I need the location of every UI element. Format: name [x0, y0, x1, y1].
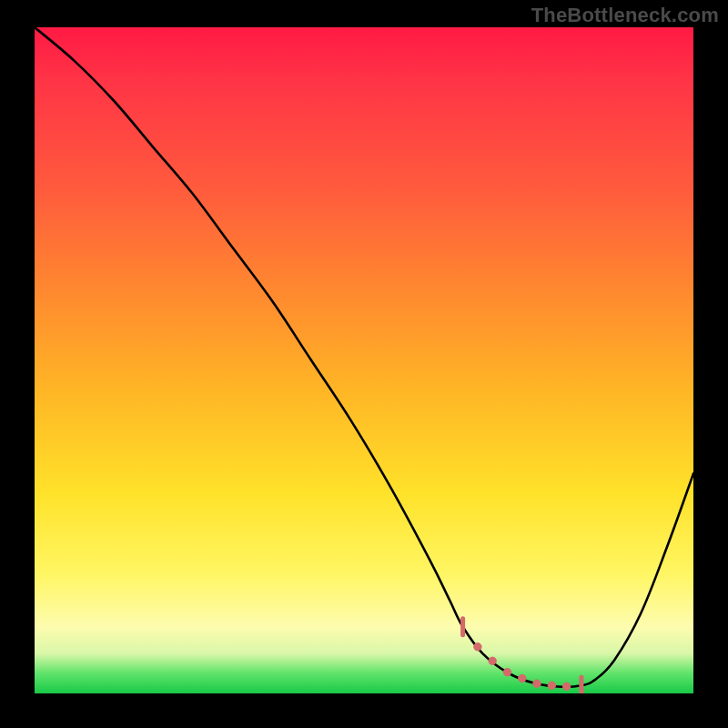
- bottleneck-curve: [35, 27, 693, 687]
- optimum-tick-dot: [489, 657, 496, 664]
- chart-svg: [35, 27, 693, 693]
- optimum-tick-dot: [533, 680, 541, 687]
- plot-area: [35, 27, 693, 693]
- optimum-ticks: [463, 619, 581, 693]
- optimum-tick-dot: [503, 669, 511, 676]
- chart-frame: TheBottleneck.com: [0, 0, 728, 728]
- optimum-tick-dot: [474, 643, 481, 651]
- optimum-tick-dot: [548, 682, 555, 689]
- watermark-text: TheBottleneck.com: [531, 4, 719, 27]
- optimum-tick-dot: [519, 674, 526, 682]
- optimum-tick-dot: [562, 682, 570, 690]
